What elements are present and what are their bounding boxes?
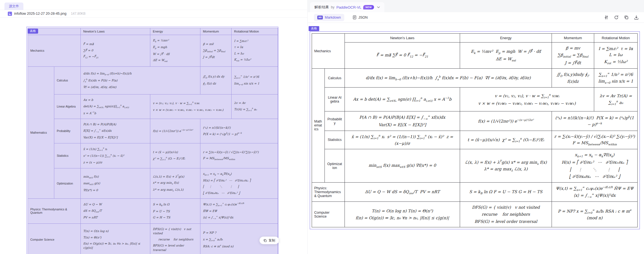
formula-line: ⟨x⟩ = ∫−∞∞ x|Ψ(x)|²dx <box>203 215 275 220</box>
tab-markdown[interactable]: MD Markdown <box>314 14 344 21</box>
formula-line: P = NP? x = ∑i=0∞ aᵢ/bᵢ RSA : c ≡ me (mo… <box>554 208 635 221</box>
formula-line: p⃗ = mv⃗ <box>203 42 229 46</box>
formula-cell: f(x) = (1/√(2πσ²)) e−(x−μ)²/2σ² <box>460 111 552 131</box>
formula-line: det(A) = ∑σ∈Sₙ sgn(σ)∏i=1n ai,σ(i) <box>83 104 148 109</box>
formula-cell: λv = Av Tr(A) = ∑i=1n aᵢᵢ <box>594 88 638 111</box>
formula-line: G = H − TS <box>153 215 198 220</box>
formula-line: ∇f(x*) = 0 <box>83 188 148 192</box>
refresh-icon[interactable] <box>613 14 620 21</box>
formula-line: x = A−1b <box>83 111 148 115</box>
engine-name: PaddleOCR-VL <box>336 5 362 9</box>
row-label: Mechanics <box>28 35 81 67</box>
row-label: Probability <box>325 111 345 131</box>
formula-line: f(n) = O(g(n)) ⇔ ∃c, n₀ ∀n > n₀, |f(n)| … <box>347 215 458 221</box>
formula-cell: P(A ∩ B) = P(A)P(B|A)E[X] = ∫−∞∞ xf(x)dx… <box>81 119 150 143</box>
formula-cell: ∑n=1∞ 1/n² = π²/6limx→0 sin x/x = 1 <box>232 66 278 94</box>
formula-line: x̄ = (1/n) ∑i=1n xᵢ <box>83 147 148 152</box>
formula-line: Ψ(x,t) = ∑n=1∞ cₙψₙ(x)e−iEₙt/ℏ <box>203 202 275 207</box>
formula-cell: λv = AvTr(A) = ∑i=1n aᵢᵢ <box>232 94 278 119</box>
formula-line: P = NP ? <box>203 231 275 235</box>
formula-line: T(n) = O(n log n) <box>83 229 148 233</box>
formula-line: xk+1 = xk − αk∇f(xk) <box>203 172 275 176</box>
formula-cell: d/dx f(x) = limh→0 (f(x+h)−f(x))/h ∫ab f… <box>345 69 552 88</box>
formula-line: ⎢ ⋮ ⋱ ⋮ ⎥ <box>554 166 635 173</box>
formula-line: S = kB ln Ω <box>153 202 198 207</box>
formula-line: T(n) = Θ(n²) <box>83 235 148 240</box>
download-icon[interactable] <box>633 14 640 21</box>
formula-cell: p⃗ = mv∑p⃗initial = ∑p⃗finalJ = ∫F⃗dt <box>552 43 594 69</box>
formula-line: BFS(G) = level order traversal <box>153 243 198 252</box>
formula-cell: f(x) = (1/√(2πσ²)) e−(x−μ)²/2σ² <box>150 119 200 143</box>
result-title-dropdown[interactable]: 解析结果 by PaddleOCR-VL NEW <box>310 2 384 12</box>
chevron-down-icon[interactable] <box>377 6 380 8</box>
formula-cell: ΔU = Q − WdS = δQrev/TPV = nRT <box>81 198 150 223</box>
tab-json[interactable]: JSON <box>349 14 371 21</box>
formula-line: H(x) = ⎡ ∂²f/∂x₁² ⋯ ∂²f/∂x₁∂xₙ ⎤ <box>554 159 635 165</box>
formula-cell: v = (v₁; v₂; v₃), v · w = ∑i=1n vᵢwᵢv × … <box>150 94 232 119</box>
formula-cell: ΔU = Q − W dS = δQrev/T PV = nRT <box>345 182 460 201</box>
formula-line: J = ∫F⃗dt <box>554 60 592 66</box>
formula-line: P(A ∩ B) = P(A)P(B|A) <box>83 122 148 126</box>
app: 源文件 infoflow 2025-12-27 20-28-45.png 147… <box>0 0 644 254</box>
formula-cell: r = ∑(xᵢ−x̄)(yᵢ−ȳ) / √(∑(xᵢ−x̄)²∑(yᵢ−ȳ)²… <box>200 143 278 168</box>
formula-line: s² = (1/(n−1)) ∑i=1n (xᵢ − x̄)² <box>83 153 148 158</box>
row-label: Optimization <box>54 168 81 198</box>
formula-line: Tr(A) = ∑i=1n aᵢᵢ <box>234 107 275 112</box>
row-label: Computer Science <box>28 223 81 254</box>
row-label: Linear Algebra <box>325 88 345 111</box>
formula-line: ⎣ ∂²f/∂xₖ∂xₙ ⋯ ∂²f/∂xₙ² ⎦ <box>203 191 275 195</box>
formula-line: recurse for neighbors <box>153 237 198 241</box>
column-header: Energy <box>150 28 200 35</box>
formula-line: T(n) = O(n log n) T(n) = Θ(n²) <box>347 208 458 214</box>
formula-line: ∑n=1∞ 1/n² = π²/6 <box>234 74 275 79</box>
formula-cell: ℒ(x,λ) = f(x) + λTg(x)x* = arg minx f(x)… <box>150 168 200 198</box>
formula-line: ∇f = (∂f/∂x, ∂f/∂y, ∂f/∂z) <box>83 85 198 89</box>
formula-line: ∫ab f(x)dx = F(b) − F(a) <box>83 78 198 83</box>
column-header: Rotational Motion <box>232 28 278 35</box>
file-name: infoflow 2025-12-27 20-28-45.png <box>14 12 67 16</box>
formula-line: ∬D f(x,y)dxdy ∮Γ f(z)dz <box>554 71 592 84</box>
tab-source-file[interactable]: 源文件 <box>4 3 23 10</box>
formula-line: f(x) = (1/√(2πσ²)) e−(x−μ)²/2σ² <box>153 129 198 133</box>
source-tab-strip: 源文件 <box>0 0 307 10</box>
formula-cell: F⃗ = ma⃗∑F⃗ = 0F⃗12 = −F⃗21 <box>81 35 150 67</box>
settings-sliders-icon[interactable] <box>603 14 609 21</box>
formula-line: (ⁿₖ) = n!/(k!(n−k)!) <box>203 126 275 130</box>
copy-button[interactable]: 复制 <box>259 236 279 244</box>
formula-line: minx∈S f(x) <box>83 175 148 179</box>
source-table-region: 表格 Newton's LawsEnergyMomentumRotational… <box>26 27 278 254</box>
formula-cell: minx∈S f(x)maxx∈S g(x)∇f(x*) = 0 <box>81 168 150 198</box>
formula-line: d/dx f(x) = limh→0 (f(x+h)−f(x))/h ∫ab f… <box>347 74 549 81</box>
formula-line: I = ∑mᵢrᵢ² τ = Iα L = Iω <box>596 46 635 58</box>
formula-line: DFS(G) = { visit(v) v not visited <box>462 204 549 210</box>
formula-line: ⎢ ⋮ ⋱ ⋮ ⎥ <box>203 185 275 189</box>
column-header: Newton's Laws <box>345 34 460 43</box>
formula-line: Ψ(x,t) = ∑n=1∞ cₙψₙ(x)e−iEₙt/ℏ ĤΨ = EΨ ⟨… <box>554 185 635 199</box>
formula-cell: F⃗ = ma⃗ ∑F⃗ = 0 F⃗12 = −F⃗21 <box>345 43 460 69</box>
formula-line: Krot = ½Iω² <box>234 58 275 62</box>
row-label: Calculus <box>325 69 345 88</box>
formula-line: v = (v₁, v₂, v₃), v · w = ∑i=1n vᵢwᵢ <box>462 93 592 99</box>
formula-line: P(X = k) = (ⁿₖ)pk(1 − p)n−k <box>203 132 275 136</box>
result-title-by: by <box>331 5 335 9</box>
formula-line: Ek = ½mv² <box>153 38 198 43</box>
formula-line: ∑n=1∞ 1/n² = π²/6 limx→0 sin x/x = 1 <box>596 71 635 85</box>
formula-cell: r = ∑ᵢ(xᵢ−x̄)(yᵢ−ȳ) / √(∑ᵢ(xᵢ−x̄)² ∑ᵢ(yᵢ… <box>552 131 638 149</box>
formula-line: Ep = mgh <box>153 45 198 50</box>
row-label: Optimization <box>325 149 345 183</box>
formula-line: ΔE = Wext <box>153 58 198 63</box>
formula-line: λv = Av Tr(A) = ∑i=1n aᵢᵢ <box>596 93 635 106</box>
formula-line: t = (x̄−μ)/(s/√n) χ² = ∑i=1n (Oᵢ−Eᵢ)²/Eᵢ <box>462 136 549 143</box>
formula-line: ΔU = Q − W <box>83 202 148 206</box>
formula-line: W = ∫F⃗ · ds⃗ <box>153 52 198 56</box>
formula-line: x̄ = (1/n) ∑i=1n xᵢ s² = (1/(n−1)) ∑i=1n… <box>347 133 458 146</box>
file-row[interactable]: infoflow 2025-12-27 20-28-45.png 147.80K… <box>0 10 307 18</box>
formula-cell: DFS(G) = { visit(v) v not visited recurs… <box>150 223 200 254</box>
formula-line: ΔU = Q − W dS = δQrev/T PV = nRT <box>347 189 458 195</box>
result-title: 解析结果 <box>314 5 329 10</box>
formula-cell: xk+1 = xk − αk∇f(xk)H(x) = ⎡ ∂²f/∂x₁² ⋯ … <box>552 149 638 183</box>
column-header: Energy <box>460 34 552 43</box>
formula-cell: I = ∑mᵢrᵢ²τ = IαL = IωKrot = ½Iω² <box>232 35 278 67</box>
copy-icon[interactable] <box>623 14 630 21</box>
formula-cell: v = (v₁, v₂, v₃), v · w = ∑i=1n vᵢwᵢv × … <box>460 88 594 111</box>
